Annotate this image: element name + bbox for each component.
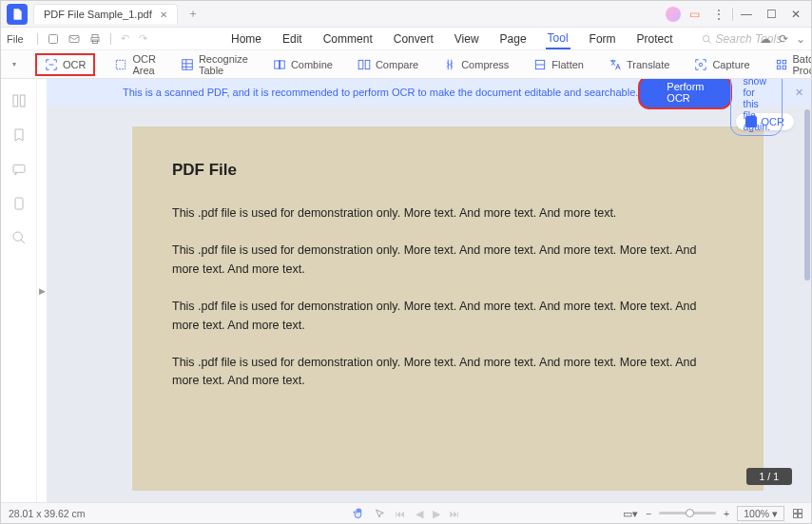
perform-ocr-button[interactable]: Perform OCR [638, 79, 732, 109]
compress-icon [443, 58, 456, 71]
recognize-table-button[interactable]: Recognize Table [175, 50, 254, 79]
zoom-slider-thumb[interactable] [686, 509, 694, 517]
undo-icon[interactable]: ↶ [121, 32, 129, 45]
zoom-in-icon[interactable]: + [724, 508, 729, 519]
banner-message: This is a scanned PDF, and it is recomme… [123, 87, 638, 98]
print-icon[interactable] [89, 33, 101, 45]
ocr-banner: This is a scanned PDF, and it is recomme… [47, 79, 811, 106]
status-bar: 28.01 x 39.62 cm ⏮ ◀ ▶ ⏭ ▭▾ − + 100% ▾ [1, 502, 811, 523]
close-banner-icon[interactable]: ✕ [795, 87, 803, 99]
canvas: This is a scanned PDF, and it is recomme… [47, 79, 811, 502]
compare-icon [358, 58, 371, 71]
toolbar: ▾ OCR OCR Area Recognize Table Combine C… [1, 50, 811, 79]
more-icon[interactable]: ⋮ [707, 3, 730, 26]
thumbnails-icon[interactable] [10, 92, 28, 109]
minimize-icon[interactable]: — [735, 3, 758, 26]
note-icon[interactable]: ▭ [683, 3, 706, 26]
svg-rect-14 [777, 60, 781, 64]
hand-tool-icon[interactable] [353, 507, 365, 519]
expand-sidebar-icon[interactable]: ▶ [37, 79, 47, 502]
document-paragraph: This .pdf file is used for demonstration… [172, 354, 724, 391]
compress-button[interactable]: Compress [437, 55, 514, 74]
cloud-icon[interactable]: ☁ [760, 32, 771, 46]
document-tab[interactable]: PDF File Sample_1.pdf ✕ [33, 4, 178, 24]
menu-edit[interactable]: Edit [280, 29, 304, 49]
menu-tool[interactable]: Tool [546, 29, 570, 49]
flatten-icon [533, 58, 547, 71]
menu-form[interactable]: Form [588, 29, 618, 49]
app-logo [7, 4, 28, 25]
fit-page-icon[interactable] [792, 508, 803, 519]
svg-rect-10 [358, 60, 363, 68]
prev-page-icon[interactable]: ◀ [416, 508, 423, 519]
file-menu[interactable]: File [7, 33, 24, 45]
comment-panel-icon[interactable] [10, 161, 28, 178]
svg-rect-11 [365, 60, 370, 68]
select-tool-icon[interactable] [375, 508, 386, 519]
first-page-icon[interactable]: ⏮ [396, 508, 406, 519]
ocr-area-button[interactable]: OCR Area [108, 50, 161, 79]
zoom-value[interactable]: 100% ▾ [737, 506, 784, 521]
view-mode-icon[interactable]: ▭▾ [623, 508, 638, 519]
vertical-scrollbar[interactable] [802, 79, 811, 502]
menu-protect[interactable]: Protect [635, 29, 675, 49]
close-tab-icon[interactable]: ✕ [160, 10, 167, 20]
search-panel-icon[interactable] [10, 229, 28, 246]
scroll-thumb[interactable] [804, 109, 810, 281]
svg-rect-23 [794, 509, 798, 513]
attachment-icon[interactable] [10, 195, 28, 212]
svg-point-13 [700, 63, 704, 67]
menu-page[interactable]: Page [498, 29, 529, 49]
last-page-icon[interactable]: ⏭ [450, 508, 460, 519]
svg-point-22 [13, 232, 22, 241]
svg-rect-17 [783, 66, 786, 69]
svg-rect-18 [13, 95, 18, 107]
combine-button[interactable]: Combine [267, 55, 338, 74]
table-icon [181, 58, 194, 71]
next-page-icon[interactable]: ▶ [433, 508, 440, 519]
menu-comment[interactable]: Comment [321, 29, 375, 49]
title-bar: PDF File Sample_1.pdf ✕ ＋ ▭ ⋮ — ☐ ✕ [1, 1, 811, 28]
bookmark-icon[interactable] [10, 126, 28, 144]
add-tab-button[interactable]: ＋ [184, 5, 203, 24]
tab-title: PDF File Sample_1.pdf [44, 9, 152, 20]
title-divider [732, 8, 733, 21]
svg-rect-6 [117, 60, 126, 68]
compare-button[interactable]: Compare [352, 55, 424, 74]
svg-rect-26 [799, 514, 802, 517]
svg-rect-24 [799, 509, 802, 513]
flatten-button[interactable]: Flatten [528, 55, 590, 74]
close-window-icon[interactable]: ✕ [784, 3, 807, 26]
file-row: File ↶ ↷ Home Edit Comment Convert View … [1, 28, 811, 50]
capture-button[interactable]: Capture [688, 55, 755, 74]
menu-home[interactable]: Home [229, 29, 263, 49]
maximize-icon[interactable]: ☐ [760, 3, 783, 26]
svg-rect-16 [777, 66, 781, 69]
collapse-ribbon-icon[interactable]: ⌄ [796, 32, 805, 46]
body-area: ▶ This is a scanned PDF, and it is recom… [1, 79, 811, 502]
translate-icon [609, 58, 622, 71]
batch-process-button[interactable]: Batch Process [769, 50, 812, 79]
status-dimensions: 28.01 x 39.62 cm [9, 508, 86, 519]
menu-view[interactable]: View [453, 29, 481, 49]
document-heading: PDF File [172, 161, 724, 180]
redo-icon[interactable]: ↷ [139, 32, 147, 45]
refresh-icon[interactable]: ⟳ [779, 32, 788, 46]
ocr-button[interactable]: OCR [35, 53, 95, 76]
avatar-icon[interactable] [666, 7, 681, 22]
toolbar-dropdown-icon[interactable]: ▾ [10, 60, 18, 68]
save-icon[interactable] [48, 33, 59, 45]
menu-convert[interactable]: Convert [392, 29, 435, 49]
svg-rect-19 [20, 95, 25, 107]
mail-icon[interactable] [68, 33, 80, 45]
zoom-out-icon[interactable]: − [646, 508, 651, 519]
ocr-area-icon [114, 58, 127, 71]
ocr-icon [45, 58, 58, 71]
capture-icon [694, 58, 707, 71]
zoom-slider[interactable] [659, 512, 716, 514]
svg-rect-21 [15, 198, 23, 209]
translate-button[interactable]: Translate [603, 55, 675, 74]
left-sidebar [1, 79, 37, 502]
svg-rect-7 [183, 59, 193, 69]
dont-show-button[interactable]: Do not show for this file again. [730, 79, 783, 136]
